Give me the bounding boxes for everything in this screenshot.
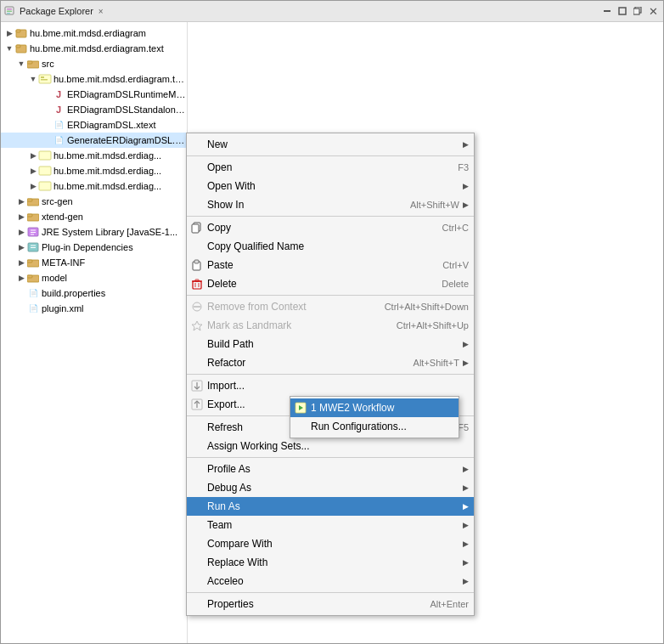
tree-item-proj1[interactable]: ▶ hu.bme.mit.mdsd.erdiagram (1, 25, 187, 41)
tree-item-file4[interactable]: 📄 GenerateERDiagramDSL.mwe2 (1, 133, 187, 148)
menu-item-build-path[interactable]: Build Path ▶ (187, 335, 474, 353)
tree-item-file3[interactable]: 📄 ERDiagramDSL.xtext (1, 117, 187, 133)
menu-item-copy[interactable]: Copy Ctrl+C (187, 218, 474, 237)
menu-item-properties[interactable]: Properties Alt+Enter (187, 595, 474, 613)
tree-label-pkg2: hu.bme.mit.mdsd.erdiag... (53, 150, 161, 161)
menu-item-open[interactable]: Open F3 (187, 158, 474, 177)
tree-item-plugins[interactable]: ▶ Plug-in Dependencies (1, 240, 187, 255)
svg-rect-34 (27, 275, 32, 278)
menu-item-open-with[interactable]: Open With ▶ (187, 177, 474, 195)
menu-item-profile-as[interactable]: Profile As ▶ (187, 460, 474, 478)
menu-item-run-as[interactable]: Run As ▶ (187, 497, 474, 516)
submenu-label-run-configs: Run Configurations... (311, 421, 407, 432)
svg-rect-36 (192, 224, 199, 233)
svg-rect-15 (41, 76, 44, 78)
svg-rect-19 (39, 182, 51, 190)
menu-item-team[interactable]: Team ▶ (187, 516, 474, 534)
menu-arrow-debug-as: ▶ (463, 483, 469, 492)
svg-rect-17 (39, 151, 51, 160)
tree-arrow-proj2: ▼ (4, 43, 14, 54)
menu-item-assign-working[interactable]: Assign Working Sets... (187, 437, 474, 455)
menu-item-import[interactable]: Import... (187, 376, 474, 395)
library-icon-jre (26, 225, 40, 239)
package-icon-1 (38, 72, 52, 86)
menu-item-refactor[interactable]: Refactor Alt+Shift+T ▶ (187, 353, 474, 372)
title-bar-left: Package Explorer × (4, 5, 105, 17)
menu-item-acceleo[interactable]: Acceleo ▶ (187, 572, 474, 590)
tree-item-pkg4[interactable]: ▶ hu.bme.mit.mdsd.erdiag... (1, 178, 187, 194)
tree-item-build[interactable]: 📄 build.properties (1, 285, 187, 301)
submenu-label-mwe2: 1 MWE2 Workflow (311, 402, 394, 414)
package-icon-4 (38, 179, 52, 193)
menu-item-replace-with[interactable]: Replace With ▶ (187, 553, 474, 572)
tree-arrow-xtendgen: ▶ (16, 212, 26, 222)
tree-item-plugin[interactable]: 📄 plugin.xml (1, 301, 187, 316)
tree-item-metainf[interactable]: ▶ META-INF (1, 255, 187, 270)
submenu-item-run-configs[interactable]: Run Configurations... (290, 417, 459, 436)
svg-rect-1 (7, 8, 12, 10)
tree-label-file2: ERDiagramDSLStandaloneSetup.java (67, 105, 187, 115)
package-explorer-icon (4, 5, 16, 17)
tree-item-proj2[interactable]: ▼ hu.bme.mit.mdsd.erdiagram.text (1, 41, 187, 56)
tree-label-proj1: hu.bme.mit.mdsd.erdiagram (30, 28, 146, 38)
tree-item-srcgen[interactable]: ▶ src-gen (1, 194, 187, 209)
menu-arrow-compare-with: ▶ (463, 539, 469, 548)
menu-shortcut-properties: Alt+Enter (430, 599, 469, 609)
menu-item-copy-qualified[interactable]: Copy Qualified Name (187, 237, 474, 256)
tree-item-model[interactable]: ▶ model (1, 270, 187, 285)
menu-label-build-path: Build Path (207, 338, 459, 350)
folder-icon-srcgen (26, 195, 40, 208)
tree-item-src[interactable]: ▼ src (1, 56, 187, 71)
menu-label-replace-with: Replace With (207, 556, 459, 568)
tree-item-file1[interactable]: J ERDiagramDSLRuntimeModule.java (1, 87, 187, 102)
tab-close-button[interactable]: × (97, 7, 105, 16)
tree-item-pkg3[interactable]: ▶ hu.bme.mit.mdsd.erdiag... (1, 163, 187, 178)
menu-item-compare-with[interactable]: Compare With ▶ (187, 534, 474, 553)
svg-rect-41 (195, 280, 199, 281)
menu-item-show-in[interactable]: Show In Alt+Shift+W ▶ (187, 195, 474, 214)
close-button[interactable]: ✕ (646, 4, 660, 18)
menu-label-open-with: Open With (207, 180, 459, 192)
xtext-icon: 📄 (52, 118, 65, 132)
tree-item-xtendgen[interactable]: ▶ xtend-gen (1, 209, 187, 224)
folder-icon-src (26, 57, 40, 71)
menu-shortcut-show-in: Alt+Shift+W (410, 200, 459, 210)
tree-arrow-srcgen: ▶ (16, 196, 26, 206)
minimize-button[interactable] (600, 4, 614, 18)
package-explorer-tree[interactable]: ▶ hu.bme.mit.mdsd.erdiagram ▼ (1, 22, 188, 643)
menu-label-properties: Properties (207, 598, 409, 610)
copy-icon (190, 221, 204, 234)
menu-item-paste[interactable]: Paste Ctrl+V (187, 256, 474, 274)
svg-marker-46 (192, 321, 202, 330)
tree-label-srcgen: src-gen (42, 196, 73, 206)
file-icon-plugin: 📄 (26, 302, 40, 315)
submenu-item-mwe2[interactable]: 1 MWE2 Workflow (290, 398, 459, 417)
menu-sep-3 (187, 295, 474, 296)
tree-arrow-empty-4 (42, 135, 52, 145)
tree-item-pkg2[interactable]: ▶ hu.bme.mit.mdsd.erdiag... (1, 148, 187, 163)
tree-item-jre[interactable]: ▶ JRE System Library [JavaSE-1... (1, 224, 187, 240)
tree-label-proj2: hu.bme.mit.mdsd.erdiagram.text (30, 43, 164, 54)
context-menu: New ▶ Open F3 Open With ▶ Show In Alt+Sh… (186, 133, 475, 616)
tree-arrow-pkg3: ▶ (28, 166, 38, 176)
menu-arrow-new: ▶ (463, 140, 469, 149)
menu-label-new: New (207, 138, 459, 150)
tree-arrow-empty-2 (42, 105, 52, 115)
mark-landmark-icon (190, 319, 204, 332)
menu-item-delete[interactable]: Delete Delete (187, 274, 474, 293)
tree-arrow-empty-3 (42, 120, 52, 130)
menu-item-debug-as[interactable]: Debug As ▶ (187, 478, 474, 497)
maximize-button[interactable] (616, 4, 629, 18)
tree-item-file2[interactable]: J ERDiagramDSLStandaloneSetup.java (1, 102, 187, 117)
menu-shortcut-delete: Delete (442, 279, 469, 289)
menu-sep-6 (187, 457, 474, 458)
menu-label-copy: Copy (207, 222, 422, 234)
menu-label-mark-landmark: Mark as Landmark (207, 319, 376, 331)
java-icon-1: J (52, 88, 65, 101)
tree-arrow-src: ▼ (16, 59, 26, 69)
tree-item-pkg1[interactable]: ▼ hu.bme.mit.mdsd.erdiagram.text (1, 71, 187, 87)
project-icon-2 (14, 42, 28, 55)
restore-button[interactable] (631, 4, 644, 18)
menu-item-new[interactable]: New ▶ (187, 135, 474, 154)
content-area: ▶ hu.bme.mit.mdsd.erdiagram ▼ (1, 22, 663, 643)
